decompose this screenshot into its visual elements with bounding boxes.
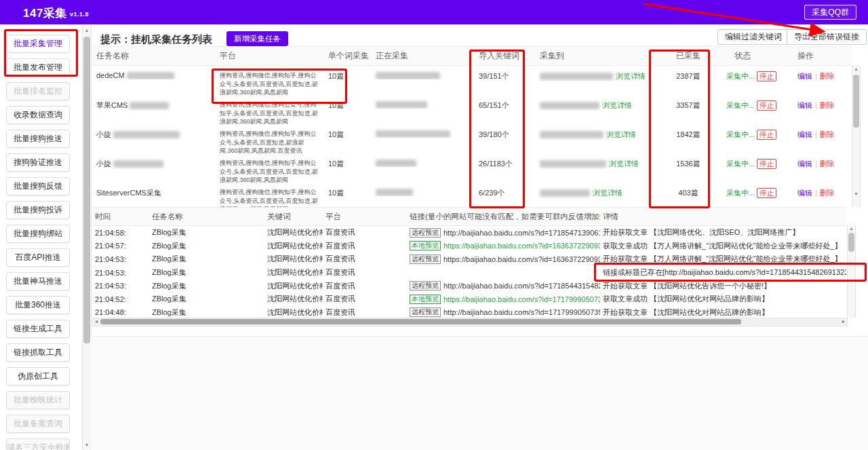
stop-button[interactable]: 停止	[757, 100, 776, 111]
scroll-left-icon[interactable]: ◄	[93, 318, 100, 325]
scroll-up-icon[interactable]: ▲	[852, 66, 860, 73]
op-separator: |	[815, 160, 817, 168]
remote-preview-badge[interactable]: 远程预览	[410, 228, 441, 238]
log-platform-cell: 百度资讯	[323, 281, 407, 291]
sidebar-item[interactable]: 链接生成工具	[6, 320, 70, 338]
sidebar-item[interactable]: 百度API推送	[6, 248, 70, 267]
remote-preview-badge[interactable]: 远程预览	[410, 281, 441, 290]
article-url-link[interactable]: http://baijiahao.baidu.com/s?id=17185471…	[443, 229, 600, 237]
task-column-header: 任务名称	[92, 50, 216, 62]
collect-target-cell: 浏览详情	[536, 183, 654, 198]
stop-button[interactable]: 停止	[757, 71, 776, 81]
sidebar-item[interactable]: 收录数据查询	[6, 106, 70, 124]
remote-preview-badge[interactable]: 远程预览	[410, 255, 441, 264]
scroll-right-icon[interactable]: ►	[840, 318, 847, 325]
browse-detail-link[interactable]: 浏览详情	[593, 189, 623, 197]
log-detail-cell: 开始获取文章 【沈阳网站优化对网站品牌的影响】	[600, 307, 846, 318]
platform-cell: 搜狗资讯,搜狗微信,搜狗知乎,搜狗公众号,头条资讯,百度资讯,百度知道,新浪新闻…	[216, 66, 324, 97]
log-detail-cell: 获取文章成功 【万人网络讲解_“沈阳网站优化”能给企业带来哪些好处_】	[600, 241, 846, 251]
sidebar-item[interactable]: 批量采集管理	[6, 35, 70, 53]
article-url-link[interactable]: https://baijiahao.baidu.com/s?id=1717999…	[443, 295, 600, 303]
log-table-scrollbar-thumb[interactable]	[848, 233, 854, 252]
collect-target-cell: 浏览详情	[536, 124, 654, 140]
edit-button[interactable]: 编辑	[797, 160, 812, 168]
local-preview-badge[interactable]: 本地预览	[410, 241, 441, 250]
stop-button[interactable]: 停止	[757, 159, 776, 169]
log-table-row: 21:04:52:ZBlog采集沈阳网站优化价格百度资讯本地预览https://…	[92, 293, 846, 306]
sidebar-item[interactable]: 伪原创工具	[6, 367, 70, 386]
task-name-cell: 小旋	[92, 124, 216, 140]
log-time-cell: 21:04:53:	[92, 282, 149, 290]
log-task-cell: ZBlog采集	[149, 241, 264, 251]
log-table-row: 21:04:53:ZBlog采集沈阳网站优化价格百度资讯远程预览https://…	[92, 252, 846, 266]
edit-button[interactable]: 编辑	[797, 189, 812, 197]
platform-cell: 搜狗资讯,搜狗微信,搜狗知乎,搜狗公众号,头条资讯,百度知道,新浪新闻,360新…	[216, 124, 324, 155]
article-url-link[interactable]: http://baijiahao.baidu.com/s?id=17179990…	[443, 308, 600, 316]
status-running-text: 采集中...	[726, 101, 755, 109]
edit-button[interactable]: 编辑	[797, 130, 812, 138]
scroll-up-icon[interactable]: ▲	[83, 27, 91, 34]
browse-detail-link[interactable]: 浏览详情	[602, 101, 632, 109]
task-table-scrollbar[interactable]: ▲ ▼	[852, 65, 861, 207]
sidebar-item[interactable]: 链接抓取工具	[6, 343, 70, 362]
article-url-link[interactable]: http://baijiahao.baidu.com/s?id=17185443…	[443, 282, 600, 290]
sidebar-item[interactable]: 批量神马推送	[6, 272, 70, 290]
scroll-down-icon[interactable]: ▼	[83, 442, 91, 449]
log-time-cell: 21:04:53:	[92, 269, 149, 277]
delete-button[interactable]: 删除	[820, 130, 835, 138]
op-separator: |	[815, 130, 817, 138]
log-table-row: 21:04:53:ZBlog采集沈阳网站优化价格百度资讯链接或标题已存在[htt…	[92, 266, 846, 280]
edit-button[interactable]: 编辑	[797, 101, 812, 109]
article-url-link[interactable]: https://baijiahao.baidu.com/s?id=1636372…	[443, 255, 600, 263]
task-column-header: 采集到	[536, 50, 654, 62]
sidebar-item[interactable]: 搜狗验证推送	[6, 153, 70, 172]
horizontal-scrollbar-thumb[interactable]	[100, 319, 741, 324]
task-table-scrollbar-thumb[interactable]	[853, 75, 859, 128]
edit-filter-keywords-button[interactable]: 编辑过滤关键词	[717, 29, 789, 45]
sidebar-item[interactable]: 批量发布管理	[6, 58, 70, 77]
sidebar-item[interactable]: 批量搜狗反馈	[6, 177, 70, 195]
scroll-up-icon[interactable]: ▲	[848, 225, 855, 232]
status-running-text: 采集中...	[726, 130, 755, 138]
sidebar-item[interactable]: 批量搜狗推送	[6, 130, 70, 148]
stop-button[interactable]: 停止	[757, 188, 776, 198]
imported-keywords-cell: 6/239个	[475, 183, 536, 198]
log-platform-cell: 百度资讯	[323, 241, 407, 251]
sidebar-item[interactable]: 批量搜狗绑站	[6, 225, 70, 243]
sidebar-item: 批量排名监控	[6, 82, 70, 100]
log-table-horizontal-scrollbar[interactable]: ◄ ►	[92, 318, 848, 326]
sidebar-item[interactable]: 批量360推送	[6, 296, 70, 314]
task-name-cell: 苹果CMS	[92, 95, 216, 111]
operations-cell: 编辑|删除	[793, 95, 852, 111]
delete-button[interactable]: 删除	[820, 160, 835, 168]
browse-detail-link[interactable]: 浏览详情	[606, 130, 636, 138]
task-name-text: SiteserverCMS采集	[96, 189, 161, 197]
operations-cell: 编辑|删除	[793, 183, 852, 198]
task-name-text: 小旋	[96, 130, 111, 138]
browse-detail-link[interactable]: 浏览详情	[609, 160, 639, 168]
delete-button[interactable]: 删除	[820, 72, 835, 80]
sidebar-scrollbar-thumb[interactable]	[83, 37, 90, 343]
browse-detail-link[interactable]: 浏览详情	[616, 72, 646, 80]
article-url-link[interactable]: https://baijiahao.baidu.com/s?id=1636372…	[443, 242, 600, 250]
qq-group-button[interactable]: 采集QQ群	[804, 5, 856, 20]
sidebar-scrollbar[interactable]: ▲ ▼	[82, 26, 92, 450]
status-cell: 采集中...停止	[722, 183, 793, 198]
remote-preview-badge[interactable]: 远程预览	[410, 307, 441, 317]
log-task-cell: ZBlog采集	[149, 294, 264, 304]
edit-button[interactable]: 编辑	[797, 72, 812, 80]
collected-count-cell: 403篇	[654, 183, 722, 198]
delete-button[interactable]: 删除	[820, 101, 835, 109]
stop-button[interactable]: 停止	[757, 130, 776, 140]
app-version: v1.1.8	[70, 11, 89, 18]
new-task-button[interactable]: 新增采集任务	[226, 31, 288, 46]
log-time-cell: 21:04:57:	[92, 242, 149, 250]
delete-button[interactable]: 删除	[820, 189, 835, 197]
task-name-cell: SiteserverCMS采集	[92, 183, 216, 198]
log-table-scrollbar[interactable]: ▲	[847, 225, 856, 318]
log-detail-cell: 链接或标题已存在[http://baijiahao.baidu.com/s?id…	[600, 267, 846, 278]
sidebar-item[interactable]: 批量搜狗投诉	[6, 201, 70, 219]
export-error-links-button[interactable]: 导出全部错误链接	[787, 29, 867, 45]
scroll-down-icon[interactable]: ▼	[852, 191, 860, 198]
local-preview-badge[interactable]: 本地预览	[410, 295, 441, 304]
